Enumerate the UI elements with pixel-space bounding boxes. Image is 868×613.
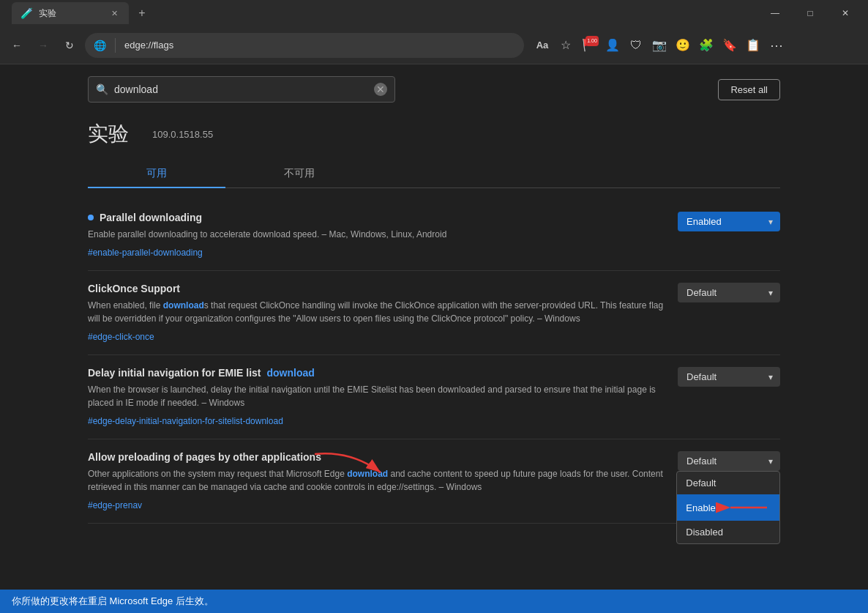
preload-dropdown-menu: Default Enabled Dis (676, 471, 780, 544)
flag-content-parallel: Parallel downloading Enable parallel dow… (88, 212, 666, 259)
favorites-icon[interactable]: ☆ (555, 34, 577, 56)
dropdown-option-enabled[interactable]: Enabled (677, 494, 779, 521)
dropdown-option-default[interactable]: Default (677, 472, 779, 494)
clickonce-select[interactable]: Default Enabled Disabled (678, 283, 780, 302)
flag-title-parallel: Parallel downloading (88, 212, 666, 223)
search-area: 🔍 download ✕ Reset all (0, 64, 868, 114)
search-input[interactable]: download (114, 83, 368, 95)
highlight-download-2: download (267, 367, 315, 379)
flag-active-dot (88, 215, 94, 220)
tabs-row: 可用 不可用 (88, 160, 780, 188)
select-wrapper-parallel: Default Enabled Disabled (678, 212, 780, 231)
addressbar: ← → ↻ 🌐 edge://flags Aa ☆ 🚩 1.00 👤 🛡 📷 🙂… (0, 26, 868, 64)
tab-area: 🧪 实验 ✕ + (12, 2, 755, 24)
wallet-badge: 1.00 (585, 36, 599, 46)
refresh-button[interactable]: ↻ (59, 34, 81, 56)
delay-nav-select[interactable]: Default Enabled Disabled (678, 367, 780, 387)
collections-flag-icon[interactable]: 🚩 1.00 (578, 34, 600, 56)
profile-icon[interactable]: 👤 (602, 34, 624, 56)
reset-all-button[interactable]: Reset all (718, 79, 780, 100)
flag-content-clickonce: ClickOnce Support When enabled, file dow… (88, 283, 666, 343)
flag-content-delay-nav: Delay initial navigation for EMIE list d… (88, 367, 666, 427)
address-separator (115, 38, 116, 53)
shield-icon[interactable]: 🛡 (625, 34, 647, 56)
flag-control-delay-nav: Default Enabled Disabled (678, 367, 780, 387)
flag-desc-preload: Other applications on the system may req… (88, 467, 666, 494)
version-text: 109.0.1518.55 (152, 129, 213, 140)
read-aloud-icon[interactable]: Aa (531, 34, 553, 56)
search-clear-button[interactable]: ✕ (374, 83, 387, 96)
maximize-button[interactable]: □ (793, 0, 827, 26)
flag-title-clickonce: ClickOnce Support (88, 283, 666, 294)
flag-title-preload: Allow preloading of pages by other appli… (88, 451, 666, 463)
flag-item-preload: Allow preloading of pages by other appli… (88, 439, 780, 524)
back-button[interactable]: ← (6, 34, 28, 56)
flag-link-delay-nav[interactable]: #edge-delay-initial-navigation-for-sitel… (88, 416, 283, 426)
tab-unavailable[interactable]: 不可用 (225, 160, 373, 187)
flag-title-delay-nav: Delay initial navigation for EMIE list d… (88, 367, 666, 379)
tab-available[interactable]: 可用 (88, 160, 225, 187)
flag-content-preload: Allow preloading of pages by other appli… (88, 451, 666, 511)
select-wrapper-clickonce: Default Enabled Disabled (678, 283, 780, 302)
flag-control-parallel: Default Enabled Disabled (678, 212, 780, 231)
flag-item-parallel-downloading: Parallel downloading Enable parallel dow… (88, 200, 780, 271)
dropdown-option-disabled[interactable]: Disabled (677, 521, 779, 543)
forward-button[interactable]: → (32, 34, 54, 56)
highlight-download-1: download (163, 300, 204, 311)
select-wrapper-delay-nav: Default Enabled Disabled (678, 367, 780, 387)
sidebar-icon[interactable]: 📋 (742, 34, 764, 56)
new-tab-button[interactable]: + (132, 3, 152, 23)
tab-favicon-icon: 🧪 (20, 7, 33, 19)
highlight-download-3: download (347, 469, 388, 479)
search-icon: 🔍 (96, 83, 108, 95)
tab-close-button[interactable]: ✕ (108, 7, 120, 19)
bookmark-sidebar-icon[interactable]: 🔖 (719, 34, 741, 56)
bottom-bar: 你所做的更改将在重启 Microsoft Edge 后生效。 (0, 590, 868, 613)
minimize-button[interactable]: — (758, 0, 792, 26)
flag-desc-delay-nav: When the browser is launched, delay the … (88, 383, 666, 409)
page-title: 实验 (88, 120, 129, 148)
close-window-button[interactable]: ✕ (828, 0, 862, 26)
flag-link-parallel[interactable]: #enable-parallel-downloading (88, 248, 203, 258)
preload-select[interactable]: Default Enabled Disabled (678, 451, 780, 471)
main-content: 🔍 download ✕ Reset all 实验 109.0.1518.55 … (0, 64, 868, 590)
select-wrapper-preload: Default Enabled Disabled (678, 451, 780, 471)
parallel-downloading-select[interactable]: Default Enabled Disabled (678, 212, 780, 231)
address-box[interactable]: 🌐 edge://flags (85, 33, 524, 58)
flag-item-delay-nav: Delay initial navigation for EMIE list d… (88, 355, 780, 439)
window-controls: — □ ✕ (758, 0, 862, 26)
flag-desc-clickonce: When enabled, file downloads that reques… (88, 299, 666, 325)
media-cast-icon[interactable]: 📷 (648, 34, 670, 56)
active-tab[interactable]: 🧪 实验 ✕ (12, 2, 129, 24)
search-box[interactable]: 🔍 download ✕ (88, 76, 395, 103)
site-favicon-icon: 🌐 (94, 40, 106, 51)
tab-label: 实验 (39, 7, 56, 20)
profile-account-icon[interactable]: 🙂 (672, 34, 694, 56)
address-text: edge://flags (124, 40, 515, 51)
flag-item-clickonce: ClickOnce Support When enabled, file dow… (88, 271, 780, 355)
titlebar: 🧪 实验 ✕ + — □ ✕ (0, 0, 868, 26)
bottom-bar-message: 你所做的更改将在重启 Microsoft Edge 后生效。 (12, 595, 214, 608)
extensions-icon[interactable]: 🧩 (695, 34, 717, 56)
flag-control-preload: Default Enabled Disabled Default Enabled (678, 451, 780, 471)
flag-link-preload[interactable]: #edge-prenav (88, 500, 142, 510)
flags-list: Parallel downloading Enable parallel dow… (0, 188, 868, 535)
flag-control-clickonce: Default Enabled Disabled (678, 283, 780, 302)
toolbar-icons: Aa ☆ 🚩 1.00 👤 🛡 📷 🙂 🧩 🔖 📋 ⋯ (531, 34, 787, 56)
browser-menu-icon[interactable]: ⋯ (766, 34, 787, 56)
flag-desc-parallel: Enable parallel downloading to accelerat… (88, 228, 666, 241)
page-header: 实验 109.0.1518.55 (0, 114, 868, 160)
enabled-arrow-icon (727, 500, 771, 515)
flag-link-clickonce[interactable]: #edge-click-once (88, 332, 154, 342)
